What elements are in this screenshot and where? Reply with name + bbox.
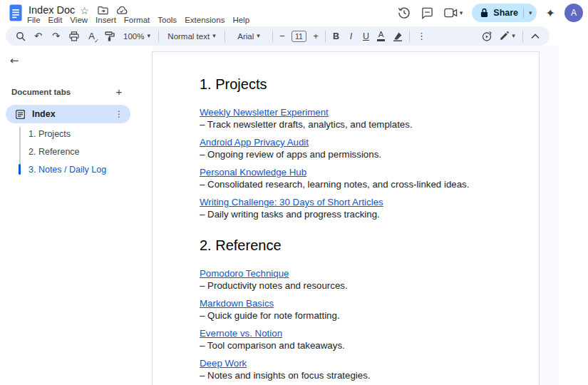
doc-entry: Markdown Basics – Quick guide for note f…: [200, 297, 493, 322]
pencil-icon: [500, 31, 509, 41]
highlight-color-button[interactable]: [388, 28, 406, 45]
menu-tools[interactable]: Tools: [158, 16, 177, 24]
google-docs-app: Index Doc ☆ File Edit View Insert Format: [0, 0, 588, 385]
doc-description: – Track newsletter drafts, analytics, an…: [200, 118, 493, 130]
doc-entry: Evernote vs. Notion – Tool comparison an…: [200, 327, 493, 351]
spellcheck-button[interactable]: A ✓: [83, 28, 100, 45]
doc-link[interactable]: Markdown Basics: [200, 297, 274, 309]
hide-menus-button[interactable]: [526, 28, 544, 45]
share-caret-icon[interactable]: ▾: [529, 10, 532, 16]
tabs-header-label: Document tabs: [11, 88, 71, 96]
titlebar: Index Doc ☆ File Edit View Insert Format: [0, 0, 588, 26]
doc-description: – Notes and insights on focus strategies…: [200, 369, 493, 381]
close-tabs-panel-button[interactable]: ←: [6, 53, 22, 68]
doc-link[interactable]: Deep Work: [200, 357, 247, 369]
doc-description: – Productivity notes and resources.: [200, 279, 493, 292]
toolbar-divider: [522, 31, 523, 42]
cloud-status-icon[interactable]: [115, 4, 128, 16]
toolbar-divider: [409, 31, 410, 42]
doc-link[interactable]: Pomodoro Technique: [200, 267, 289, 279]
editing-mode-caret-icon: ▾: [512, 33, 515, 39]
active-tab-indicator: [19, 164, 21, 175]
star-icon[interactable]: ☆: [78, 4, 91, 16]
doc-description: – Daily writing tasks and progress track…: [200, 208, 493, 220]
text-color-button[interactable]: A: [373, 31, 388, 42]
account-avatar[interactable]: A: [564, 4, 583, 22]
doc-entry: Weekly Newsletter Experiment – Track new…: [200, 106, 493, 130]
move-folder-icon[interactable]: [97, 4, 109, 16]
font-caret-icon: ▾: [257, 33, 260, 39]
zoom-caret-icon: ▾: [147, 33, 150, 39]
activity-timer-icon[interactable]: [478, 28, 495, 45]
doc-entry: Pomodoro Technique – Productivity notes …: [200, 267, 493, 292]
text-color-swatch: [377, 39, 385, 41]
menu-format[interactable]: Format: [124, 16, 150, 24]
doc-link[interactable]: Evernote vs. Notion: [200, 327, 282, 339]
doc-link[interactable]: Weekly Newsletter Experiment: [200, 106, 329, 118]
underline-button[interactable]: U: [359, 28, 373, 45]
search-menus-icon[interactable]: [11, 28, 29, 45]
menu-file[interactable]: File: [27, 16, 41, 24]
redo-button[interactable]: ↷: [47, 28, 65, 45]
docs-logo-icon[interactable]: [9, 4, 22, 21]
menu-help[interactable]: Help: [232, 16, 249, 24]
toolbar: ↶ ↷ A ✓ 100% ▾ Normal text ▾: [6, 26, 550, 46]
document-title[interactable]: Index Doc: [29, 4, 75, 16]
share-button[interactable]: Share ▾: [472, 4, 536, 22]
tab-child-projects[interactable]: 1. Projects: [29, 129, 71, 139]
doc-link[interactable]: Writing Challenge: 30 Days of Short Arti…: [200, 196, 383, 208]
zoom-select[interactable]: 100% ▾: [118, 32, 155, 41]
doc-link[interactable]: Personal Knowledge Hub: [200, 166, 306, 178]
doc-entry: Writing Challenge: 30 Days of Short Arti…: [200, 196, 493, 220]
tab-child-reference[interactable]: 2. Reference: [29, 147, 80, 157]
menu-insert[interactable]: Insert: [96, 16, 116, 24]
meet-video-button[interactable]: ▾: [444, 8, 463, 18]
menubar: File Edit View Insert Format Tools Exten…: [27, 16, 249, 24]
font-size-input[interactable]: 11: [292, 31, 306, 42]
font-size-decrease-button[interactable]: −: [276, 28, 289, 45]
font-family-select[interactable]: Arial ▾: [228, 32, 269, 41]
menu-edit[interactable]: Edit: [48, 16, 63, 24]
tab-child-notes-daily-log[interactable]: 3. Notes / Daily Log: [29, 165, 106, 175]
doc-entry: Android App Privacy Audit – Ongoing revi…: [200, 136, 493, 160]
menu-extensions[interactable]: Extensions: [185, 16, 225, 24]
bold-button[interactable]: B: [329, 28, 344, 45]
styles-caret-icon: ▾: [212, 33, 216, 39]
comments-icon[interactable]: [421, 6, 435, 20]
doc-description: – Quick guide for note formatting.: [200, 309, 493, 322]
toolbar-divider: [158, 31, 159, 42]
document-tabs-panel: ← Document tabs + Index ⋮ 1. Projects 2.…: [0, 46, 152, 385]
lock-icon: [480, 8, 488, 18]
toolbar-divider: [325, 31, 326, 42]
spellcheck-check-icon: ✓: [94, 38, 99, 44]
tab-document-icon: [16, 110, 25, 119]
doc-link[interactable]: Android App Privacy Audit: [200, 136, 309, 148]
doc-heading-reference: 2. Reference: [200, 236, 493, 255]
add-tab-button[interactable]: +: [113, 86, 125, 98]
doc-description: – Ongoing review of apps and permissions…: [200, 148, 493, 160]
side-panel: 31: [559, 29, 588, 385]
font-size-increase-button[interactable]: +: [309, 28, 322, 45]
tab-label: Index: [32, 109, 108, 119]
toolbar-divider: [272, 31, 273, 42]
menu-view[interactable]: View: [70, 16, 88, 24]
share-divider: [523, 8, 524, 19]
document-page[interactable]: 1. Projects Weekly Newsletter Experiment…: [152, 51, 540, 385]
doc-heading-projects: 1. Projects: [200, 75, 493, 93]
tab-item-index[interactable]: Index ⋮: [6, 105, 130, 123]
version-history-icon[interactable]: [397, 6, 411, 20]
paint-format-button[interactable]: [100, 28, 118, 45]
paragraph-styles-select[interactable]: Normal text ▾: [162, 32, 222, 41]
share-label: Share: [493, 8, 518, 18]
print-button[interactable]: [65, 28, 83, 45]
meet-caret-icon: ▾: [460, 10, 463, 16]
gemini-sparkle-icon[interactable]: ✦: [546, 6, 555, 20]
editing-mode-button[interactable]: ▾: [495, 31, 520, 41]
more-options-button[interactable]: ⋮: [413, 28, 430, 45]
undo-button[interactable]: ↶: [29, 28, 47, 45]
tab-options-button[interactable]: ⋮: [115, 109, 123, 119]
doc-description: – Consolidated research, learning notes,…: [200, 178, 493, 190]
italic-button[interactable]: I: [344, 28, 359, 45]
doc-description: – Tool comparison and takeaways.: [200, 339, 493, 351]
toolbar-divider: [225, 31, 225, 42]
